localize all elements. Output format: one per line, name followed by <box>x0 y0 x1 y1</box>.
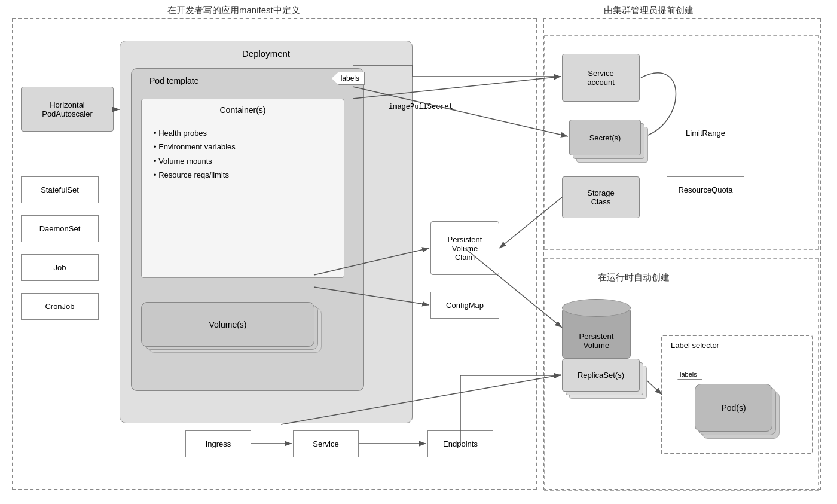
endpoints-label: Endpoints <box>443 439 478 448</box>
label-selector-label: Label selector <box>671 341 719 350</box>
resource-reqs: • Resource reqs/limits <box>154 168 236 182</box>
env-vars: • Environment variables <box>154 140 236 154</box>
limitrange-label: LimitRange <box>686 129 725 138</box>
replicaset-label: ReplicaSet(s) <box>563 359 639 391</box>
diagram-container: 在开发者写的应用manifest中定义 由集群管理员提前创建 在运行时自动创建 … <box>0 0 837 504</box>
endpoints-box: Endpoints <box>427 430 493 457</box>
daemonset-box: DaemonSet <box>21 215 99 242</box>
cronjob-box: CronJob <box>21 293 99 320</box>
imagepullsecret-label: imagePullSecret <box>389 103 453 111</box>
labels-tag: labels <box>332 72 365 85</box>
container-items: • Health probes • Environment variables … <box>154 126 236 182</box>
ingress-label: Ingress <box>206 439 231 448</box>
pvc-label: Persistent Volume Claim <box>448 235 482 262</box>
deployment-label: Deployment <box>242 48 290 59</box>
statefulset-box: StatefulSet <box>21 176 99 203</box>
limitrange-box: LimitRange <box>667 120 744 146</box>
pv-top <box>562 299 631 317</box>
containers-label: Container(s) <box>219 105 265 115</box>
pvc-box: Persistent Volume Claim <box>430 221 499 275</box>
volumes-label: Volume(s) <box>142 303 314 346</box>
hpa-label: Horizontal PodAutoscaler <box>42 100 93 118</box>
left-section-label: 在开发者写的应用manifest中定义 <box>167 5 300 16</box>
configmap-label: ConfigMap <box>446 301 484 310</box>
pods-label: Pod(s) <box>695 384 772 431</box>
right-top-section-label: 由集群管理员提前创建 <box>604 5 694 16</box>
secrets-label: Secret(s) <box>570 120 640 155</box>
deployment-box: Deployment Pod template labels Container… <box>120 41 413 423</box>
pod-template-label: Pod template <box>149 76 199 85</box>
statefulset-label: StatefulSet <box>41 185 79 194</box>
label-selector-box: Label selector labels Pod(s) <box>661 335 813 454</box>
daemonset-label: DaemonSet <box>39 224 81 233</box>
persistent-volume-container: Persistent Volume <box>562 299 631 359</box>
storage-class-box: Storage Class <box>562 176 640 218</box>
secrets-box: Secret(s) <box>569 120 641 155</box>
resourcequota-box: ResourceQuota <box>667 176 744 203</box>
pv-label: Persistent Volume <box>567 332 627 350</box>
pods-box: Pod(s) <box>695 384 772 432</box>
resourcequota-label: ResourceQuota <box>678 185 732 194</box>
health-probes: • Health probes <box>154 126 236 140</box>
service-label: Service <box>313 439 338 448</box>
job-box: Job <box>21 254 99 281</box>
service-box: Service <box>293 430 359 457</box>
ingress-box: Ingress <box>185 430 251 457</box>
pod-template-box: Pod template labels Container(s) • Healt… <box>131 68 364 391</box>
replicaset-box: ReplicaSet(s) <box>562 359 640 392</box>
storage-class-label: Storage Class <box>587 188 615 206</box>
service-account-box: Service account <box>562 54 640 102</box>
hpa-box: Horizontal PodAutoscaler <box>21 87 114 132</box>
containers-box: Container(s) • Health probes • Environme… <box>141 99 344 278</box>
pod-labels-tag: labels <box>671 369 702 380</box>
job-label: Job <box>54 263 66 272</box>
volume-mounts: • Volume mounts <box>154 154 236 168</box>
volumes-box: Volume(s) <box>141 302 314 347</box>
configmap-box: ConfigMap <box>430 292 499 319</box>
service-account-label: Service account <box>587 69 615 87</box>
cronjob-label: CronJob <box>45 302 74 311</box>
